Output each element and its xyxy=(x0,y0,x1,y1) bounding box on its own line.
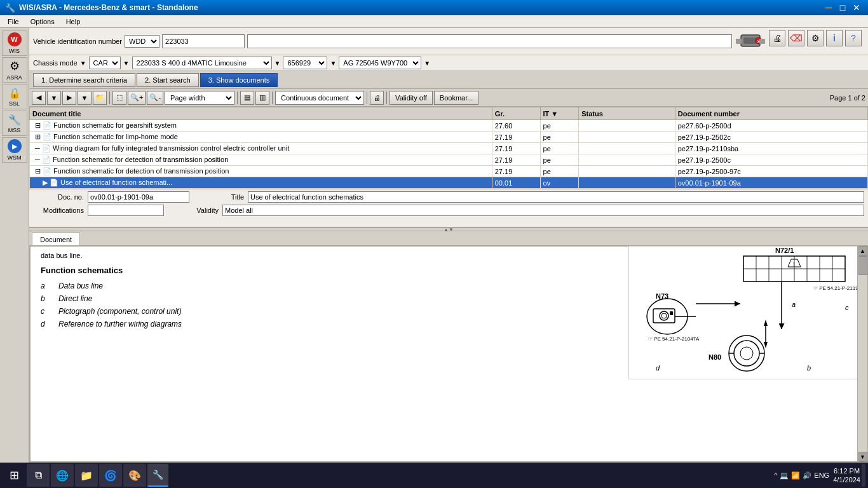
table-row-selected[interactable]: ▶ 📄 Use of electrical function schemati.… xyxy=(30,177,868,189)
view2-button[interactable]: ▥ xyxy=(255,91,269,105)
app1-button[interactable]: 🌀 xyxy=(99,464,122,487)
scroll-down-button[interactable]: ▼ xyxy=(858,452,867,462)
sidebar-item-wis[interactable]: W WIS xyxy=(2,30,27,56)
tray-icon1[interactable]: 💻 xyxy=(780,471,789,480)
svg-marker-40 xyxy=(764,320,768,326)
col-title[interactable]: Document title xyxy=(30,107,492,120)
scroll-thumb[interactable] xyxy=(858,256,867,275)
system-tray: ^ 💻 📶 🔊 ENG xyxy=(771,471,832,480)
svg-text:☞ PE 54.21-P-2104TA: ☞ PE 54.21-P-2104TA xyxy=(648,336,700,342)
title-input[interactable] xyxy=(248,191,864,203)
scroll-track[interactable] xyxy=(858,256,867,452)
chassis-mode-arrow[interactable]: ▼ xyxy=(80,60,86,67)
nav-forward-dropdown[interactable]: ▼ xyxy=(78,91,92,105)
doc-tab-area: Document data bus line. Function schemat… xyxy=(29,231,868,463)
table-row[interactable]: ─ 📄 Wiring diagram for fully integrated … xyxy=(30,143,868,154)
clock-date: 4/1/2024 xyxy=(833,475,860,484)
tray-chevron[interactable]: ^ xyxy=(774,471,777,479)
car-mode-arrow[interactable]: ▼ xyxy=(123,60,130,67)
chassis-model-select[interactable]: 223033 S 400 d 4MATIC Limousine xyxy=(132,57,272,69)
col-gr[interactable]: Gr. xyxy=(492,107,540,120)
vin-extra-input[interactable] xyxy=(247,34,732,48)
zoom-in-button[interactable]: 🔍+ xyxy=(128,91,146,105)
nav-forward-button[interactable]: ▶ xyxy=(62,91,76,105)
vin-prefix-select[interactable]: WDD xyxy=(125,35,159,48)
table-row[interactable]: ⊞ 📄 Function schematic for limp-home mod… xyxy=(30,132,868,143)
sidebar-item-wsm[interactable]: ▶ WSM xyxy=(2,137,27,163)
sidebar: W WIS ⚙ ASRA 🔒 SSL 🔧 MSS ▶ WSM xyxy=(0,28,29,463)
document-tab[interactable]: Document xyxy=(32,233,80,245)
info-button[interactable]: i xyxy=(826,30,843,46)
model-arrow[interactable]: ▼ xyxy=(275,60,281,67)
sidebar-item-mss[interactable]: 🔧 MSS xyxy=(2,111,27,136)
document-table: Document title Gr. IT ▼ Status Document … xyxy=(29,107,868,189)
clear-button[interactable]: ⌫ xyxy=(788,30,804,46)
folder-button[interactable]: 📁 xyxy=(93,91,107,105)
select-button[interactable]: ⬚ xyxy=(112,91,126,105)
modifications-label: Modifications xyxy=(33,207,84,214)
tray-lang[interactable]: ENG xyxy=(814,471,829,479)
svg-text:N80: N80 xyxy=(709,353,721,361)
top-bar-icons: ✕ 🖨 ⌫ ⚙ i ? xyxy=(735,30,864,53)
doc-no-input[interactable] xyxy=(88,191,189,203)
svg-text:☞ PE 54.21-P-2119TA: ☞ PE 54.21-P-2119TA xyxy=(813,285,864,291)
view1-button[interactable]: ▤ xyxy=(240,91,254,105)
doc-scrollbar[interactable]: ▲ ▼ xyxy=(857,246,867,462)
step2-button[interactable]: 2. Start search xyxy=(137,73,199,87)
files-button[interactable]: 📁 xyxy=(75,464,98,487)
scroll-up-button[interactable]: ▲ xyxy=(858,246,867,256)
table-row[interactable]: ⊟ 📄 Function schematic for detection of … xyxy=(30,166,868,177)
svg-text:c: c xyxy=(845,304,849,311)
chassis-row: Chassis mode ▼ CAR ▼ 223033 S 400 d 4MAT… xyxy=(29,55,868,71)
svg-text:N72/1: N72/1 xyxy=(775,247,794,254)
separator3 xyxy=(272,92,273,104)
table-row[interactable]: ─ 📄 Function schematic for detection of … xyxy=(30,154,868,166)
chassis-mode-select[interactable]: CAR xyxy=(89,57,121,69)
code1-arrow[interactable]: ▼ xyxy=(330,60,336,67)
print-doc-button[interactable]: 🖨 xyxy=(370,91,384,105)
close-button[interactable]: ✕ xyxy=(850,2,863,13)
taskbar-clock[interactable]: 6:12 PM 4/1/2024 xyxy=(833,466,860,485)
taskview-button[interactable]: ⧉ xyxy=(27,464,50,487)
menu-help[interactable]: Help xyxy=(61,17,86,26)
maximize-button[interactable]: □ xyxy=(836,2,849,13)
sidebar-wsm-label: WSM xyxy=(8,154,22,161)
main-container: W WIS ⚙ ASRA 🔒 SSL 🔧 MSS ▶ WSM Vehicle i… xyxy=(0,28,868,463)
settings-button[interactable]: ⚙ xyxy=(807,30,824,46)
start-button[interactable]: ⊞ xyxy=(3,464,25,487)
step1-button[interactable]: 1. Determine search criteria xyxy=(33,73,135,87)
wis-taskbar-button[interactable]: 🔧 xyxy=(147,464,168,487)
steps-row: 1. Determine search criteria 2. Start se… xyxy=(29,71,868,89)
bookmark-button[interactable]: Bookmar... xyxy=(434,91,479,105)
validity-input[interactable] xyxy=(222,205,864,216)
nav-back-dropdown[interactable]: ▼ xyxy=(47,91,61,105)
table-row[interactable]: ⊟ 📄 Function schematic for gearshift sys… xyxy=(30,120,868,132)
menu-options[interactable]: Options xyxy=(25,17,60,26)
asra-icon: ⚙ xyxy=(10,59,20,73)
browser-button[interactable]: 🌐 xyxy=(51,464,74,487)
app2-button[interactable]: 🎨 xyxy=(123,464,146,487)
doc-type-select[interactable]: Continuous document Single document xyxy=(275,91,364,105)
vin-number-input[interactable] xyxy=(162,34,245,48)
step3-button[interactable]: 3. Show documents xyxy=(200,73,278,87)
tray-icon2[interactable]: 📶 xyxy=(791,471,800,480)
show-desktop-button[interactable] xyxy=(862,464,865,487)
modifications-input[interactable] xyxy=(88,205,164,216)
col-status[interactable]: Status xyxy=(579,107,675,120)
zoom-out-button[interactable]: 🔍- xyxy=(147,91,163,105)
nav-back-button[interactable]: ◀ xyxy=(32,91,46,105)
page-width-select[interactable]: Page width Whole page 50% 75% 100% 150% xyxy=(165,91,234,105)
chassis-code1-select[interactable]: 656929 xyxy=(283,57,327,69)
sidebar-item-asra[interactable]: ⚙ ASRA xyxy=(2,57,27,83)
tray-icon3[interactable]: 🔊 xyxy=(803,471,811,480)
chassis-code2-select[interactable]: AG 725045 W9Y700 xyxy=(339,57,421,69)
sidebar-item-ssl[interactable]: 🔒 SSL xyxy=(2,84,27,109)
help-button[interactable]: ? xyxy=(845,30,862,46)
code2-arrow[interactable]: ▼ xyxy=(424,60,430,67)
validity-button[interactable]: Validity off xyxy=(390,91,433,105)
print-button[interactable]: 🖨 xyxy=(769,30,785,46)
col-docnum[interactable]: Document number xyxy=(675,107,867,120)
minimize-button[interactable]: ─ xyxy=(822,2,835,13)
col-it[interactable]: IT ▼ xyxy=(540,107,579,120)
menu-file[interactable]: File xyxy=(3,17,24,26)
